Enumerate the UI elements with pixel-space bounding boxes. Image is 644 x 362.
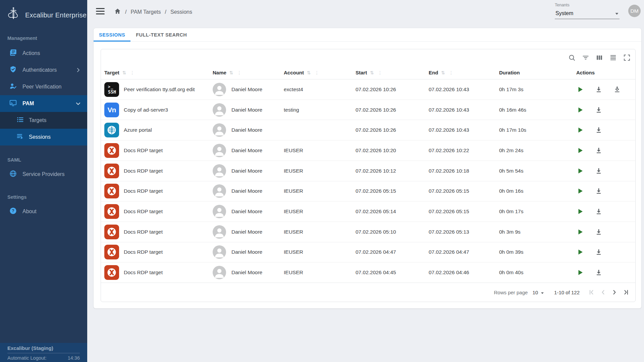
globe-icon <box>9 170 17 179</box>
sidebar-item-actions[interactable]: Actions <box>0 45 87 62</box>
download-session-button[interactable] <box>595 167 603 175</box>
play-session-button[interactable] <box>576 85 584 94</box>
web-globe-icon <box>104 123 119 137</box>
column-menu-icon[interactable]: ⋮ <box>449 70 453 75</box>
sidebar-item-sessions[interactable]: Sessions <box>0 129 87 145</box>
play-session-button[interactable] <box>576 146 584 155</box>
sidebar-item-authenticators[interactable]: Authenticators <box>0 62 87 78</box>
rows-per-page-select[interactable]: 10 <box>532 290 544 295</box>
sort-icon[interactable]: ⇅ <box>307 70 311 75</box>
column-header-target[interactable]: Target⇅⋮ <box>101 70 213 75</box>
play-session-button[interactable] <box>576 126 584 134</box>
column-header-start[interactable]: Start⇅⋮ <box>356 70 429 75</box>
table-row[interactable]: >_SSH Vn Peer verific <box>101 79 635 100</box>
brand: Excalibur Enterprise <box>0 0 87 23</box>
pagination-range: 1-10 of 122 <box>554 290 580 295</box>
column-header-end[interactable]: End⇅⋮ <box>429 70 499 75</box>
sidebar-item-about[interactable]: ? About <box>0 203 87 220</box>
play-session-button[interactable] <box>576 228 584 236</box>
sort-icon[interactable]: ⇅ <box>229 70 233 75</box>
table-row[interactable]: >_SSH Vn Docs RDP tar <box>101 262 635 283</box>
sort-icon[interactable]: ⇅ <box>122 70 126 75</box>
download-session-button[interactable] <box>595 146 603 155</box>
tab-bar: SESSIONS FULL-TEXT SEARCH <box>94 28 641 42</box>
column-menu-icon[interactable]: ⋮ <box>237 70 242 75</box>
column-menu-icon[interactable]: ⋮ <box>315 70 319 75</box>
menu-toggle-button[interactable] <box>96 8 105 14</box>
fullscreen-icon[interactable] <box>623 54 631 62</box>
download-session-button[interactable] <box>595 85 603 94</box>
previous-page-button[interactable] <box>599 288 607 296</box>
column-header-name[interactable]: Name⇅⋮ <box>213 70 284 75</box>
columns-icon[interactable] <box>595 54 603 62</box>
rows-per-page-label: Rows per page <box>494 290 528 295</box>
play-session-button[interactable] <box>576 167 584 175</box>
sort-icon[interactable]: ⇅ <box>370 70 374 75</box>
column-menu-icon[interactable]: ⋮ <box>130 70 135 75</box>
table-row[interactable]: >_SSH Vn Docs RDP tar <box>101 222 635 242</box>
end-time: 07.02.2026 05:13 <box>429 229 469 235</box>
tab-full-text-search[interactable]: FULL-TEXT SEARCH <box>130 28 192 41</box>
play-session-button[interactable] <box>576 187 584 195</box>
tenants-label: Tenants <box>555 3 620 7</box>
sessions-table: Target⇅⋮ Name⇅⋮ Account⇅⋮ Start⇅⋮ End⇅⋮ … <box>101 49 636 302</box>
svg-text:?: ? <box>12 208 14 213</box>
density-icon[interactable] <box>609 54 617 62</box>
end-time: 07.02.2026 10:43 <box>429 107 469 113</box>
download-session-button[interactable] <box>595 106 603 114</box>
account-value: exctest4 <box>284 86 303 93</box>
start-time: 07.02.2026 05:14 <box>356 208 396 215</box>
sidebar-item-service-providers[interactable]: Service Providers <box>0 166 87 183</box>
download-session-button[interactable] <box>595 207 603 216</box>
last-page-button[interactable] <box>622 288 630 296</box>
home-icon[interactable] <box>114 8 121 16</box>
user-avatar-icon <box>213 266 226 279</box>
breadcrumb-item-sessions[interactable]: Sessions <box>170 9 192 15</box>
sidebar-item-label: Authenticators <box>22 67 57 73</box>
sidebar-item-label: Peer Verification <box>22 84 62 90</box>
first-page-button[interactable] <box>588 288 596 296</box>
sort-icon[interactable]: ⇅ <box>441 70 445 75</box>
play-session-button[interactable] <box>576 248 584 256</box>
end-time: 07.02.2026 10:43 <box>429 86 469 93</box>
user-avatar[interactable]: DM <box>628 5 641 17</box>
target-name: Docs RDP target <box>124 188 163 194</box>
download-state-button[interactable] <box>613 85 621 94</box>
download-session-button[interactable] <box>595 268 603 277</box>
table-row[interactable]: >_SSH Vn Copy of ad-s <box>101 100 635 120</box>
table-row[interactable]: >_SSH Vn Docs RDP tar <box>101 201 635 222</box>
next-page-button[interactable] <box>610 288 619 296</box>
tenant-select[interactable]: System <box>555 7 620 19</box>
end-time: 07.02.2026 04:46 <box>429 269 469 276</box>
tab-sessions[interactable]: SESSIONS <box>94 28 130 41</box>
table-row[interactable]: >_SSH Vn Docs RDP tar <box>101 140 635 161</box>
download-session-button[interactable] <box>595 126 603 134</box>
rdp-icon <box>104 204 119 219</box>
sidebar-item-peer-verification[interactable]: Peer Verification <box>0 78 87 95</box>
column-menu-icon[interactable]: ⋮ <box>378 70 382 75</box>
target-type-icon: >_SSH Vn <box>104 245 119 259</box>
search-icon[interactable] <box>568 54 576 62</box>
table-row[interactable]: >_SSH Vn Azure portal <box>101 120 635 140</box>
rdp-icon <box>104 184 119 198</box>
play-session-button[interactable] <box>576 268 584 277</box>
user-name: Daniel Moore <box>231 249 262 255</box>
table-row[interactable]: >_SSH Vn Docs RDP tar <box>101 242 635 263</box>
user-avatar-icon <box>213 123 226 137</box>
filter-icon[interactable] <box>582 54 590 62</box>
breadcrumb-item-pam-targets[interactable]: PAM Targets <box>130 9 161 15</box>
table-row[interactable]: >_SSH Vn Docs RDP tar <box>101 181 635 202</box>
start-time: 07.02.2026 10:20 <box>356 147 396 154</box>
download-session-button[interactable] <box>595 248 603 256</box>
column-header-account[interactable]: Account⇅⋮ <box>284 70 356 75</box>
target-type-icon: >_SSH Vn <box>104 143 119 158</box>
table-row[interactable]: >_SSH Vn Docs RDP tar <box>101 161 635 181</box>
download-session-button[interactable] <box>595 228 603 236</box>
target-type-icon: >_SSH Vn <box>104 184 119 198</box>
play-session-button[interactable] <box>576 207 584 216</box>
sidebar-item-targets[interactable]: Targets <box>0 112 87 129</box>
play-session-button[interactable] <box>576 106 584 114</box>
download-session-button[interactable] <box>595 187 603 195</box>
sidebar-item-pam[interactable]: PAM <box>0 95 87 112</box>
breadcrumb: / PAM Targets / Sessions <box>114 8 192 16</box>
